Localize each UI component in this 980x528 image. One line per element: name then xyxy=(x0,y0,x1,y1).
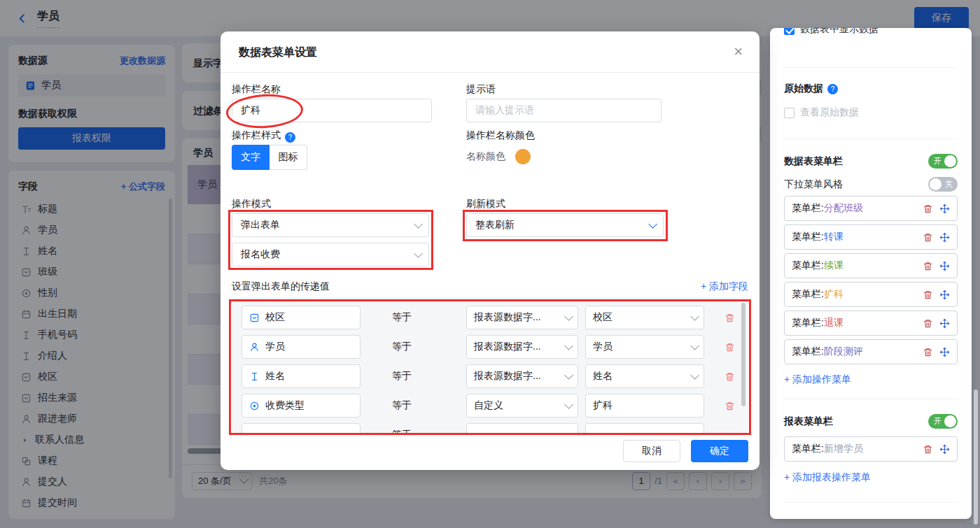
add-report-menu-link[interactable]: + 添加报表操作菜单 xyxy=(784,471,958,484)
cancel-button[interactable]: 取消 xyxy=(623,440,680,462)
trash-icon[interactable] xyxy=(923,444,933,455)
divider xyxy=(220,72,760,73)
annotation-rect-transfer xyxy=(229,299,751,435)
menu-item[interactable]: 菜单栏: 转课 xyxy=(784,224,958,250)
menu-name: 转课 xyxy=(824,231,844,243)
report-menu-title-row: 报表菜单栏 开 xyxy=(784,414,958,429)
window-scrollbar[interactable] xyxy=(974,390,978,525)
table-menu-toggle[interactable]: 开 xyxy=(928,154,958,169)
trash-icon[interactable] xyxy=(923,204,933,214)
settings-panel: 数据表中显示数据 原始数据 ? 查看原始数据 数据表菜单栏 开 下拉菜单风格 关… xyxy=(770,28,972,519)
style-label-row: 操作栏样式? xyxy=(232,129,295,143)
confirm-button[interactable]: 确定 xyxy=(691,440,748,462)
raw-data-title-row: 原始数据 ? xyxy=(784,83,958,95)
table-menu-title-row: 数据表菜单栏 开 xyxy=(784,154,958,169)
refresh-mode-label: 刷新模式 xyxy=(466,198,505,211)
style-segmented-control: 文字 图标 xyxy=(232,145,307,170)
divider xyxy=(784,138,958,139)
view-raw-data-row[interactable]: 查看原始数据 xyxy=(784,106,958,119)
add-field-link[interactable]: + 添加字段 xyxy=(682,280,748,293)
menu-name: 新增学员 xyxy=(824,443,863,455)
trash-icon[interactable] xyxy=(923,347,933,357)
divider xyxy=(784,67,958,68)
add-action-menu-link[interactable]: + 添加操作菜单 xyxy=(784,373,958,386)
color-swatch[interactable] xyxy=(515,149,531,164)
transfer-label: 设置弹出表单的传递值 xyxy=(232,280,330,293)
app-root: 学员 保存 数据源 更改数据源 学员 数据获取权限 报表权限 字段 + 公式字段… xyxy=(0,0,980,528)
dialog-title: 数据表菜单设置 xyxy=(239,45,317,60)
menu-item[interactable]: 菜单栏: 续课 xyxy=(784,253,958,278)
move-icon[interactable] xyxy=(939,318,950,329)
dropdown-style-row: 下拉菜单风格 关 xyxy=(784,177,958,192)
clipped-checkbox-row[interactable]: 数据表中显示数据 xyxy=(784,28,958,36)
menu-item[interactable]: 菜单栏: 分配班级 xyxy=(784,196,958,221)
style-text-option[interactable]: 文字 xyxy=(232,145,270,170)
move-icon[interactable] xyxy=(939,444,950,455)
tip-input[interactable]: 请输入提示语 xyxy=(466,99,662,122)
trash-icon[interactable] xyxy=(923,290,933,300)
annotation-rect-op-mode xyxy=(228,210,433,270)
menu-name: 扩科 xyxy=(824,288,844,301)
tip-label: 提示语 xyxy=(466,83,496,96)
menu-item[interactable]: 菜单栏: 阶段测评 xyxy=(784,339,958,364)
trash-icon[interactable] xyxy=(923,232,933,243)
move-icon[interactable] xyxy=(939,347,950,357)
menu-name: 续课 xyxy=(824,259,844,272)
move-icon[interactable] xyxy=(939,232,950,243)
trash-icon[interactable] xyxy=(923,318,933,329)
menu-item[interactable]: 菜单栏: 新增学员 xyxy=(784,436,958,462)
move-icon[interactable] xyxy=(939,290,950,300)
checkbox-icon[interactable] xyxy=(784,108,794,118)
divider xyxy=(784,399,958,399)
menu-name: 阶段测评 xyxy=(824,345,863,358)
op-mode-label: 操作模式 xyxy=(232,198,271,211)
annotation-rect-refresh xyxy=(463,210,668,241)
help-icon[interactable]: ? xyxy=(827,84,838,94)
trash-icon[interactable] xyxy=(923,261,933,271)
menu-name: 分配班级 xyxy=(824,202,863,215)
menu-item[interactable]: 菜单栏: 退课 xyxy=(784,311,958,336)
name-color-row: 名称颜色 xyxy=(466,149,531,164)
move-icon[interactable] xyxy=(939,204,950,214)
checkbox-checked-icon[interactable] xyxy=(784,28,794,35)
close-icon[interactable]: × xyxy=(734,43,743,61)
name-color-label: 操作栏名称颜色 xyxy=(466,129,535,142)
report-menu-toggle[interactable]: 开 xyxy=(928,414,958,429)
menu-name: 退课 xyxy=(824,317,844,329)
move-icon[interactable] xyxy=(939,261,950,271)
table-menu-settings-dialog: 数据表菜单设置 × 操作栏名称 扩科 提示语 请输入提示语 操作栏样式? 文字 … xyxy=(220,31,760,470)
style-icon-option[interactable]: 图标 xyxy=(270,145,307,170)
menu-item[interactable]: 菜单栏: 扩科 xyxy=(784,282,958,307)
dropdown-style-toggle[interactable]: 关 xyxy=(928,177,958,192)
divider xyxy=(784,502,958,503)
help-icon[interactable]: ? xyxy=(285,132,295,143)
